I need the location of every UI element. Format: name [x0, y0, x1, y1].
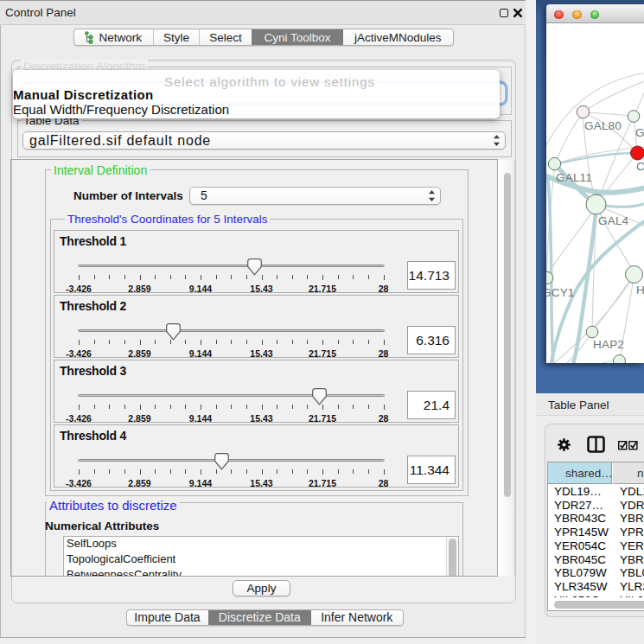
svg-text:GAL4: GAL4: [598, 214, 629, 227]
svg-text:C: C: [636, 160, 644, 173]
svg-text:GAL11: GAL11: [556, 171, 592, 184]
svg-text:GAL80: GAL80: [584, 119, 622, 132]
svg-text:H: H: [636, 284, 644, 296]
svg-text:GA: GA: [635, 126, 644, 139]
svg-text:HAP2: HAP2: [593, 338, 624, 351]
svg-text:GCY1: GCY1: [546, 286, 575, 299]
